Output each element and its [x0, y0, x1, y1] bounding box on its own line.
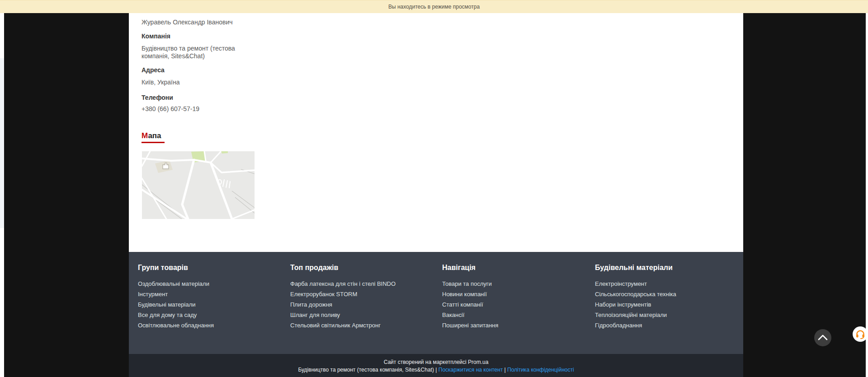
company-label: Компанія	[142, 33, 170, 40]
address-value: Київ, Україна	[142, 79, 179, 86]
contact-person-name: Журавель Олександр Іванович	[142, 19, 233, 26]
footer-credits-bar: Сайт створений на маркетплейсі Prom.ua Б…	[129, 354, 743, 377]
footer-column-title: Групи товарів	[138, 263, 287, 273]
footer-column-product-groups: Групи товарів Оздоблювальні матеріали Ін…	[138, 263, 287, 330]
footer-link[interactable]: Електрорубанок STORM	[290, 291, 357, 298]
map-title-initial: М	[142, 131, 148, 140]
footer-link[interactable]: Гідрообладнання	[595, 322, 642, 329]
privacy-policy-link[interactable]: Політика конфіденційності	[507, 367, 574, 373]
footer-link[interactable]: Фарба латексна для стін і стелі BINDO	[290, 280, 396, 287]
footer-separator: |	[434, 367, 439, 373]
left-overlay-panel	[4, 13, 129, 377]
right-overlay-panel	[743, 13, 866, 377]
phone-value: +380 (66) 607-57-19	[142, 105, 199, 113]
headset-icon	[855, 329, 866, 340]
footer-link[interactable]: Стельовий світильник Армстронг	[290, 322, 381, 329]
footer-column-navigation: Навігація Товари та послуги Новини компа…	[442, 263, 591, 330]
footer-separator: |	[503, 367, 507, 373]
footer-link[interactable]: Електроінструмент	[595, 280, 647, 287]
map-preview[interactable]	[142, 151, 255, 219]
report-content-link[interactable]: Поскаржитися на контент	[439, 367, 503, 373]
address-label: Адреса	[142, 66, 165, 74]
footer-link[interactable]: Оздоблювальні матеріали	[138, 280, 209, 287]
contacts-section: Журавель Олександр Іванович Компанія Буд…	[129, 13, 743, 252]
footer-link[interactable]: Теплоізоляційні матеріали	[595, 312, 667, 318]
footer-link[interactable]: Поширені запитання	[442, 322, 498, 329]
footer-column-title: Топ продажів	[290, 263, 439, 273]
footer-link[interactable]: Вакансії	[442, 312, 464, 318]
footer-column-title: Будівельні матеріали	[595, 263, 744, 273]
chevron-up-icon	[818, 335, 828, 340]
footer-link[interactable]: Набори інструментів	[595, 301, 651, 308]
marketplace-credit: Сайт створений на маркетплейсі Prom.ua	[129, 358, 743, 366]
left-edge-strip-bottom	[0, 228, 4, 377]
footer-link[interactable]: Інстурмент	[138, 291, 168, 298]
footer-link[interactable]: Сільськогосподарська техніка	[595, 291, 676, 298]
footer-column-top-sales: Топ продажів Фарба латексна для стін і с…	[290, 263, 439, 330]
chat-widget-button[interactable]	[853, 326, 868, 342]
view-mode-banner-text: Вы находитесь в режиме просмотра	[388, 4, 480, 10]
footer-column-building-materials: Будівельні матеріали Електроінструмент С…	[595, 263, 744, 330]
site-footer: Групи товарів Оздоблювальні матеріали Ін…	[129, 252, 743, 354]
footer-link[interactable]: Плита дорожня	[290, 301, 332, 308]
footer-link[interactable]: Шланг для поливу	[290, 312, 340, 318]
footer-column-title: Навігація	[442, 263, 591, 273]
view-mode-banner: Вы находитесь в режиме просмотра	[0, 0, 868, 13]
footer-link[interactable]: Будівельні матеріали	[138, 301, 196, 308]
footer-link[interactable]: Статті компанії	[442, 301, 483, 308]
footer-link[interactable]: Новини компанії	[442, 291, 487, 298]
map-title-underline	[142, 142, 165, 143]
footer-legal-line: Будівництво та ремонт (тестова компанія,…	[129, 366, 743, 374]
footer-link[interactable]: Товари та послуги	[442, 280, 492, 287]
left-edge-strip-top	[0, 13, 4, 58]
company-value: Будівництво та ремонт (тестова компанія,…	[142, 45, 252, 60]
left-edge-strip-middle	[0, 58, 4, 228]
footer-company-name: Будівництво та ремонт (тестова компанія,…	[298, 367, 434, 373]
right-edge-strip	[866, 13, 868, 377]
scroll-to-top-button[interactable]	[814, 329, 831, 346]
map-section-title: Мапа	[142, 131, 161, 140]
phones-label: Телефони	[142, 94, 173, 102]
footer-link[interactable]: Освітлювальне обладнання	[138, 322, 214, 329]
footer-link[interactable]: Все для дому та саду	[138, 312, 197, 318]
map-title-rest: апа	[148, 131, 161, 140]
map-image	[142, 151, 255, 219]
